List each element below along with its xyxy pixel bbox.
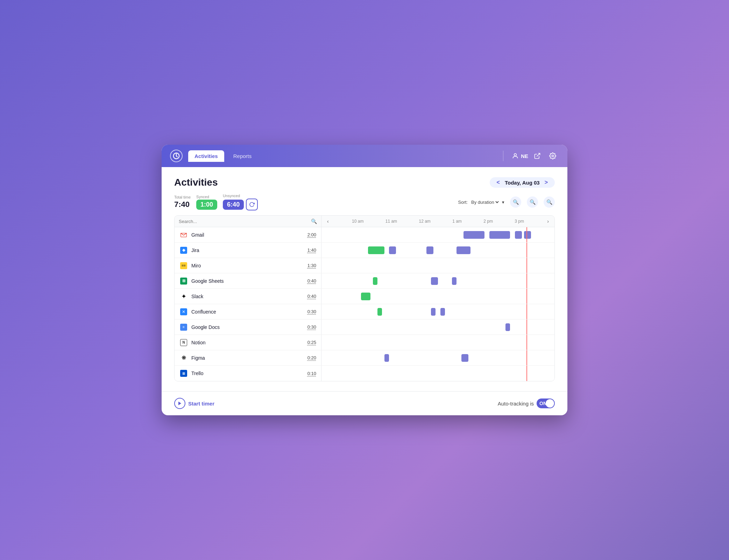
timeline-bar [456,246,470,254]
gmail-icon [179,231,188,239]
user-menu[interactable]: NE [512,152,528,159]
date-next-button[interactable]: > [543,179,549,186]
search-icon: 🔍 [311,218,317,224]
timeline-label-3pm: 3 pm [515,219,524,224]
current-time-line [526,273,527,288]
table-row: ✕ Confluence 0:30 [175,304,554,320]
unsynced-label: Unsynced [223,194,258,198]
activity-name: Jira [191,247,304,253]
start-timer-button[interactable]: Start timer [174,398,214,409]
export-icon [534,152,541,159]
activity-time: 0:30 [307,324,316,330]
activity-info: ⊞ Google Sheets 0:40 [175,273,321,288]
settings-button[interactable] [546,150,559,162]
table-row: ⊞ Google Sheets 0:40 [175,273,554,289]
miro-icon: ≡≡ [179,261,188,270]
timeline-bar [524,231,531,239]
activity-name: Miro [191,263,304,268]
timeline-bar [431,277,438,285]
timeline-label-10am: 10 am [352,219,363,224]
table-row: ❋ Figma 0:20 [175,350,554,366]
svg-point-3 [552,155,554,157]
activity-name: Slack [191,294,304,299]
activity-name: Google Sheets [191,278,304,284]
activity-timeline [321,304,554,319]
timeline-bar [452,277,456,285]
activity-time: 0:25 [307,340,316,345]
confluence-icon: ✕ [179,308,188,316]
app-logo [170,150,183,162]
table-row: N Notion 0:25 [175,335,554,350]
gear-icon [549,152,556,159]
activity-name: Confluence [191,309,304,315]
timeline-prev-button[interactable]: ‹ [326,218,330,224]
activity-timeline [321,289,554,304]
figma-icon: ❋ [179,354,188,362]
start-timer-label: Start timer [188,401,214,407]
timeline-bar [461,354,468,362]
total-time-stat: Total time 7:40 [174,195,191,209]
trello-icon: ▦ [179,369,188,378]
total-time-label: Total time [174,195,191,199]
tab-reports[interactable]: Reports [227,150,258,162]
zoom-out-button[interactable]: 🔍 [527,196,538,208]
autotrack-toggle[interactable]: ON [537,399,555,408]
search-col: 🔍 [175,216,321,227]
gdocs-icon: ≡ [179,323,188,331]
main-content: Activities < Today, Aug 03 > Total time … [162,167,567,388]
zoom-in-button[interactable]: 🔍 [510,196,521,208]
refresh-button[interactable] [246,199,258,210]
play-triangle-icon [177,401,182,406]
search-input[interactable] [179,219,311,224]
activity-info: ✦ Slack 0:40 [175,289,321,304]
current-time-line [526,366,527,381]
activity-timeline [321,350,554,365]
activity-name: Gmail [191,232,304,238]
app-window: Activities Reports NE [162,145,567,415]
current-time-line [526,350,527,365]
autotrack-label: Auto-tracking is [498,401,534,407]
activity-time: 0:30 [307,309,316,314]
timeline-labels: ‹ 10 am 11 am 12 am 1 am 2 pm 3 pm › [321,216,554,227]
timeline-next-button[interactable]: › [546,218,550,224]
activity-timeline [321,320,554,335]
activity-timeline [321,243,554,258]
sort-label: Sort: [458,200,468,205]
activity-info: ✕ Confluence 0:30 [175,304,321,319]
timeline-label-1am: 1 am [452,219,462,224]
autotrack-toggle-container: Auto-tracking is ON [498,399,555,408]
notion-icon: N [179,338,188,347]
activity-name: Trello [191,371,304,376]
activity-time: 0:10 [307,371,316,376]
activity-time: 0:40 [307,294,316,299]
synced-stat: Synced 1:00 [196,195,217,210]
timeline-bar [440,308,445,316]
sort-select[interactable]: By duration By name By time [470,199,500,205]
date-prev-button[interactable]: < [495,179,501,186]
user-initials: NE [521,153,528,159]
timeline-bar [377,308,382,316]
activity-time: 1:40 [307,247,316,253]
timeline-bar [431,308,436,316]
sort-control[interactable]: Sort: By duration By name By time ▾ [458,199,504,205]
table-row: ◆ Jira 1:40 [175,243,554,258]
svg-marker-6 [178,402,181,405]
activity-info: Gmail 2:00 [175,227,321,242]
timeline-bar [373,277,377,285]
tab-activities[interactable]: Activities [188,150,224,162]
zoom-reset-button[interactable]: 🔍 [544,196,555,208]
activity-info: N Notion 0:25 [175,335,321,350]
page-title: Activities [174,177,218,188]
activity-info: ▦ Trello 0:10 [175,366,321,381]
current-time-line [526,289,527,304]
current-time-line [526,335,527,350]
timeline-bar [489,231,510,239]
footer: Start timer Auto-tracking is ON [162,391,567,415]
activity-info: ≡≡ Miro 1:30 [175,258,321,273]
timeline-header: 🔍 ‹ 10 am 11 am 12 am 1 am 2 pm 3 pm › [175,216,554,227]
export-button[interactable] [531,150,544,162]
table-row: ✦ Slack 0:40 [175,289,554,304]
activity-info: ≡ Google Docs 0:30 [175,320,321,335]
jira-icon: ◆ [179,246,188,254]
activity-info: ❋ Figma 0:20 [175,350,321,365]
